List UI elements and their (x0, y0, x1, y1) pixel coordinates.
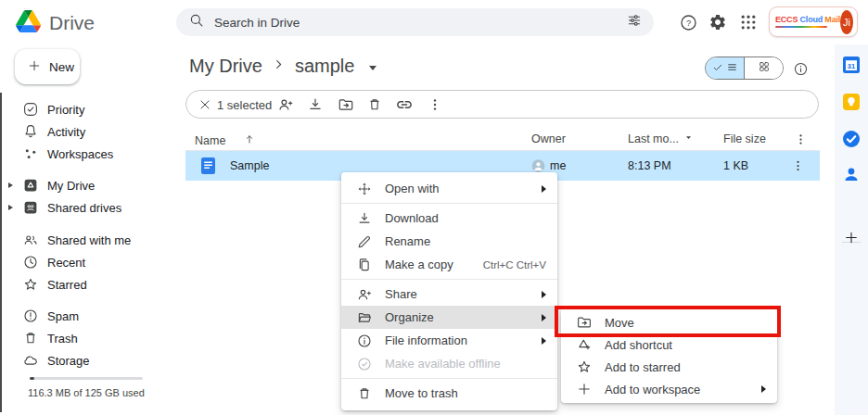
right-side-panel: 31 (835, 44, 868, 415)
selected-count: 1 selected (217, 97, 272, 111)
view-toggle (705, 57, 784, 80)
account-tagline (775, 26, 827, 29)
link-icon[interactable] (396, 95, 414, 113)
details-info-icon[interactable] (793, 61, 809, 81)
keep-icon[interactable] (842, 93, 861, 115)
expand-caret-icon[interactable] (8, 182, 13, 188)
sidebar-item-trash[interactable]: Trash (0, 327, 176, 349)
table-header: Name Owner Last mo... File size (185, 130, 820, 151)
more-vert-icon[interactable] (428, 96, 443, 112)
breadcrumb-current[interactable]: sample (295, 56, 354, 77)
sidebar-item-storage[interactable]: Storage (0, 349, 176, 371)
sort-arrow-up-icon[interactable] (243, 132, 256, 148)
account-badge[interactable]: ECCS Cloud Mail Ji (769, 6, 858, 37)
menu-item-organize[interactable]: Organize (341, 306, 557, 329)
storage-progress-fill (30, 377, 34, 380)
sidebar-item-priority[interactable]: Priority (0, 98, 176, 120)
sidebar-scrollbar[interactable] (0, 93, 2, 412)
new-button[interactable]: New (15, 49, 80, 84)
share-person-add-icon[interactable] (277, 95, 295, 113)
sidebar-item-shared-with-me[interactable]: Shared with me (0, 229, 176, 251)
selection-toolbar: 1 selected (185, 90, 819, 119)
download-icon[interactable] (307, 95, 325, 113)
download-icon (356, 210, 373, 227)
sidebar-item-activity[interactable]: Activity (0, 120, 176, 143)
my-drive-icon (22, 177, 39, 194)
column-header-name[interactable]: Name (195, 132, 256, 148)
spam-icon (22, 308, 39, 324)
submenu-item-move[interactable]: Move (561, 311, 777, 333)
workspaces-icon (22, 145, 39, 162)
sort-caret-down-icon (683, 132, 694, 145)
keyboard-shortcut: Ctrl+C Ctrl+V (483, 259, 546, 270)
expand-caret-icon[interactable] (8, 205, 13, 210)
drive-logo[interactable]: Drive (16, 10, 95, 36)
list-view-icon (726, 60, 738, 77)
shared-drives-icon (22, 199, 39, 216)
help-icon[interactable]: ? (678, 12, 698, 32)
trash-icon[interactable] (366, 96, 383, 113)
menu-item-open-with[interactable]: Open with (341, 177, 557, 200)
recent-clock-icon (22, 254, 39, 270)
menu-item-share[interactable]: Share (341, 283, 557, 306)
menu-item-move-to-trash[interactable]: Move to trash (341, 382, 557, 405)
column-header-last-modified[interactable]: Last mo... (628, 132, 694, 145)
submenu-arrow-icon (761, 385, 766, 393)
column-header-file-size[interactable]: File size (723, 132, 766, 145)
breadcrumb-root[interactable]: My Drive (189, 56, 262, 77)
grid-view-button[interactable] (744, 57, 783, 79)
menu-item-make-available-offline: Make available offline (341, 352, 557, 375)
owner-name: me (550, 159, 566, 172)
search-input[interactable] (214, 16, 626, 30)
sidebar-item-recent[interactable]: Recent (0, 251, 176, 273)
apps-grid-icon[interactable] (738, 12, 759, 32)
app-name: Drive (49, 12, 95, 34)
more-vert-icon[interactable] (791, 159, 805, 173)
plus-icon (27, 58, 42, 76)
close-icon[interactable] (198, 97, 212, 112)
submenu-arrow-icon (542, 185, 546, 193)
owner-avatar-icon (531, 159, 545, 173)
google-drive-window: Drive ? ECCS Cloud Mail Ji New Priority (0, 0, 868, 415)
menu-item-make-a-copy[interactable]: Make a copy Ctrl+C Ctrl+V (341, 253, 557, 276)
submenu-item-add-to-starred[interactable]: Add to starred (561, 356, 777, 378)
sidebar-group-shared: Shared with me Recent Starred (0, 229, 176, 296)
plus-icon (576, 381, 593, 397)
sidebar-item-spam[interactable]: Spam (0, 305, 176, 327)
list-view-button[interactable] (706, 57, 744, 79)
more-vert-icon[interactable] (794, 132, 808, 146)
chevron-down-icon[interactable] (369, 66, 377, 70)
storage-progress-bar (30, 377, 143, 380)
sidebar-item-shared-drives[interactable]: Shared drives (0, 196, 176, 219)
sidebar-item-starred[interactable]: Starred (0, 273, 176, 296)
add-shortcut-icon (576, 336, 593, 353)
contacts-icon[interactable] (842, 165, 861, 187)
sidebar-item-workspaces[interactable]: Workspaces (0, 143, 176, 165)
submenu-item-add-to-workspace[interactable]: Add to workspace (561, 378, 777, 400)
submenu-arrow-icon (542, 314, 546, 321)
search-options-tune-icon[interactable] (626, 12, 643, 32)
activity-bell-icon (22, 123, 39, 140)
menu-item-download[interactable]: Download (341, 207, 557, 230)
tasks-icon[interactable] (842, 130, 861, 152)
trash-icon (22, 330, 39, 346)
left-sidebar: New Priority Activity Workspaces My Driv… (0, 44, 176, 415)
menu-divider (341, 279, 557, 280)
menu-item-rename[interactable]: Rename (341, 230, 557, 253)
trash-icon (356, 385, 373, 402)
offline-check-icon (356, 356, 373, 372)
avatar[interactable]: Ji (840, 10, 853, 34)
drive-logo-icon (16, 10, 41, 36)
grid-view-icon (758, 60, 771, 77)
column-header-owner[interactable]: Owner (531, 132, 566, 145)
search-icon (188, 12, 205, 32)
menu-item-file-information[interactable]: File information (341, 329, 557, 352)
share-person-add-icon (356, 286, 373, 303)
sidebar-item-my-drive[interactable]: My Drive (0, 174, 176, 196)
get-add-ons-plus-icon[interactable] (844, 230, 860, 249)
search-bar[interactable] (176, 8, 654, 36)
settings-gear-icon[interactable] (708, 12, 728, 32)
move-folder-icon[interactable] (338, 95, 355, 113)
submenu-item-add-shortcut[interactable]: Add shortcut (561, 333, 777, 356)
calendar-icon[interactable]: 31 (842, 56, 861, 78)
